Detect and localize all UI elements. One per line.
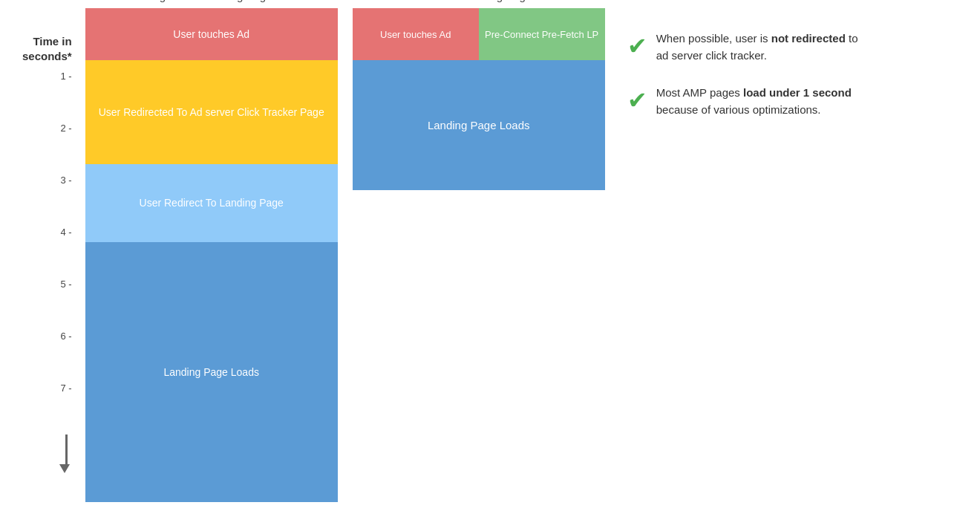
y-tick-4: 4 - bbox=[61, 225, 72, 277]
checkmark-icon-1: ✔ bbox=[627, 32, 647, 60]
y-axis: Time inseconds* 1 - 2 - 3 - 4 - 5 - 6 - … bbox=[22, 34, 78, 473]
y-axis-label: Time inseconds* bbox=[22, 34, 72, 63]
y-tick-6: 6 - bbox=[61, 329, 72, 381]
arrow-head bbox=[59, 464, 70, 473]
info-item-1: ✔ When possible, user is not redirected … bbox=[627, 30, 865, 64]
y-axis-arrow bbox=[59, 434, 72, 473]
chart-headers: Regular Ad Landing Pages AMP Ad Landing … bbox=[85, 0, 605, 2]
amp-top-row: User touches Ad Pre-Connect Pre-Fetch LP bbox=[353, 8, 605, 60]
y-tick-7: 7 - bbox=[61, 381, 72, 433]
y-tick-1: 1 - bbox=[61, 69, 72, 121]
regular-landing-loads-segment: Landing Page Loads bbox=[85, 242, 338, 502]
info-text-1-bold: not redirected bbox=[771, 32, 846, 45]
regular-header: Regular Ad Landing Pages bbox=[85, 0, 338, 2]
y-tick-3: 3 - bbox=[61, 173, 72, 225]
regular-user-touches-segment: User touches Ad bbox=[85, 8, 338, 60]
info-panel: ✔ When possible, user is not redirected … bbox=[627, 0, 865, 139]
info-item-2: ✔ Most AMP pages load under 1 second bec… bbox=[627, 85, 865, 118]
amp-user-touches-segment: User touches Ad bbox=[353, 8, 479, 60]
main-container: Time inseconds* 1 - 2 - 3 - 4 - 5 - 6 - … bbox=[15, 0, 965, 511]
amp-bar-stack: User touches Ad Pre-Connect Pre-Fetch LP… bbox=[353, 8, 605, 190]
info-text-2: Most AMP pages load under 1 second becau… bbox=[656, 85, 865, 118]
regular-bar-stack: User touches Ad User Redirected To Ad se… bbox=[85, 8, 338, 502]
bars-row: User touches Ad User Redirected To Ad se… bbox=[85, 8, 605, 502]
amp-preconnect-segment: Pre-Connect Pre-Fetch LP bbox=[479, 8, 605, 60]
chart-area: Regular Ad Landing Pages AMP Ad Landing … bbox=[78, 0, 605, 511]
regular-redirected-segment: User Redirected To Ad server Click Track… bbox=[85, 60, 338, 164]
amp-header: AMP Ad Landing Pages bbox=[353, 0, 605, 2]
amp-landing-loads-segment: Landing Page Loads bbox=[353, 60, 605, 190]
info-text-1: When possible, user is not redirected to… bbox=[656, 30, 865, 64]
info-text-2-bold: load under 1 second bbox=[743, 86, 852, 99]
arrow-line bbox=[65, 434, 68, 464]
regular-redirect-landing-segment: User Redirect To Landing Page bbox=[85, 164, 338, 242]
axis-bars-wrapper: Time inseconds* 1 - 2 - 3 - 4 - 5 - 6 - … bbox=[22, 0, 605, 511]
y-tick-2: 2 - bbox=[61, 121, 72, 173]
checkmark-icon-2: ✔ bbox=[627, 86, 647, 114]
y-axis-ticks: 1 - 2 - 3 - 4 - 5 - 6 - 7 - bbox=[61, 69, 72, 433]
y-tick-5: 5 - bbox=[61, 277, 72, 329]
